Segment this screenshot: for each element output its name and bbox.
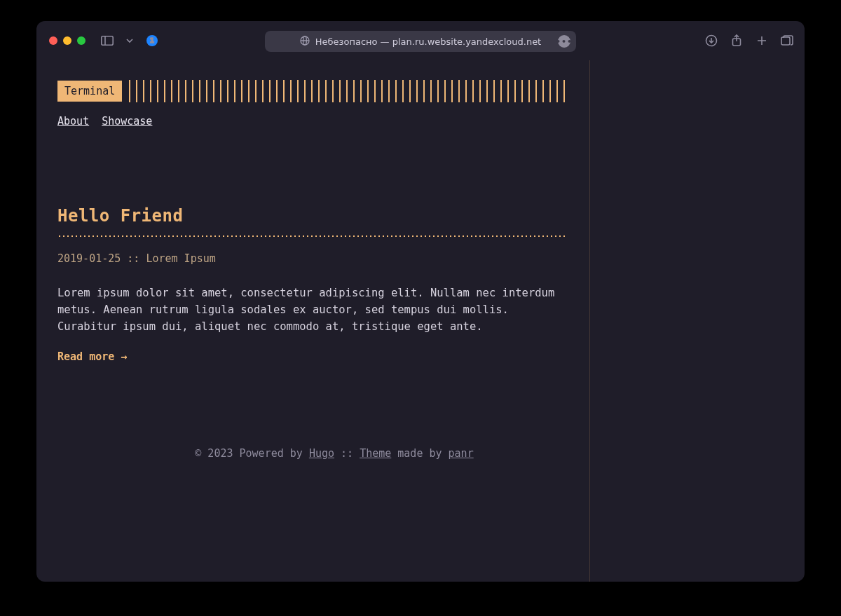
toolbar-right-group (705, 34, 793, 47)
page-settings-icon[interactable]: ••• (558, 35, 570, 48)
password-manager-icon[interactable]: 1 (146, 34, 158, 47)
address-text: Небезопасно — plan.ru.website.yandexclou… (315, 36, 541, 47)
svg-rect-13 (781, 37, 790, 45)
nav-showcase-link[interactable]: Showcase (102, 115, 152, 128)
post-title[interactable]: Hello Friend (57, 206, 566, 226)
post-meta: 2019-01-25 :: Lorem Ipsum (57, 252, 566, 265)
toolbar-left-group: 1 (101, 34, 158, 47)
globe-icon (300, 36, 310, 48)
maximize-window-button[interactable] (77, 36, 86, 45)
new-tab-icon[interactable] (755, 34, 768, 47)
address-bar[interactable]: Небезопасно — plan.ru.website.yandexclou… (265, 31, 576, 52)
post: Hello Friend 2019-01-25 :: Lorem Ipsum L… (57, 206, 566, 363)
title-bar: 1 Небезопасно — plan.ru.website.yandexcl… (36, 21, 805, 60)
browser-window: 1 Небезопасно — plan.ru.website.yandexcl… (36, 21, 805, 582)
footer-sep: :: (334, 447, 360, 460)
meta-separator: :: (127, 252, 139, 265)
post-title-rule (57, 234, 566, 238)
site-nav: About Showcase (57, 115, 566, 128)
footer-panr-link[interactable]: panr (449, 447, 474, 460)
sidebar-toggle-icon[interactable] (101, 34, 114, 47)
share-icon[interactable] (730, 34, 743, 47)
footer-hugo-link[interactable]: Hugo (309, 447, 334, 460)
tab-overview-icon[interactable] (781, 34, 793, 47)
nav-about-link[interactable]: About (57, 115, 89, 128)
site-logo[interactable]: Terminal (57, 81, 122, 102)
svg-text:1: 1 (150, 37, 154, 44)
footer-copyright: © 2023 Powered by (195, 447, 309, 460)
footer-made-by: made by (391, 447, 448, 460)
header-stripe-decoration (129, 80, 566, 102)
traffic-lights (49, 36, 86, 45)
downloads-icon[interactable] (705, 34, 718, 47)
post-author: Lorem Ipsum (146, 252, 215, 265)
footer-theme-link[interactable]: Theme (360, 447, 391, 460)
minimize-window-button[interactable] (63, 36, 71, 45)
page-content: Terminal About Showcase Hello Friend 201… (36, 60, 805, 582)
chevron-down-icon[interactable] (123, 34, 136, 47)
site-container: Terminal About Showcase Hello Friend 201… (57, 80, 566, 460)
svg-rect-0 (102, 36, 113, 45)
read-more-link[interactable]: Read more → (57, 350, 127, 363)
post-date: 2019-01-25 (57, 252, 121, 265)
site-header: Terminal (57, 80, 566, 102)
vertical-rule (589, 60, 590, 582)
post-excerpt: Lorem ipsum dolor sit amet, consectetur … (57, 285, 566, 335)
site-footer: © 2023 Powered by Hugo :: Theme made by … (57, 447, 611, 460)
close-window-button[interactable] (49, 36, 57, 45)
